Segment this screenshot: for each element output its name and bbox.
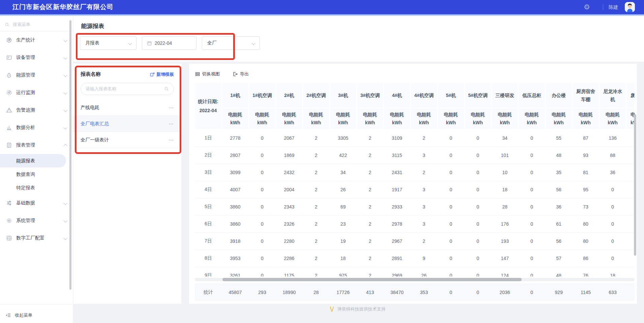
value-cell: 2933 xyxy=(384,198,410,216)
value-cell: 2891 xyxy=(384,250,410,267)
monitoring-icon xyxy=(6,90,12,96)
value-cell: 93 xyxy=(572,147,599,164)
table-header-col: 废气 xyxy=(626,83,635,108)
footer-text: 博依特科技提供技术支持 xyxy=(337,306,386,312)
table-row[interactable]: 1日27780206723305231092003405587136 xyxy=(195,129,635,147)
table-header-unit: 电能耗kWh xyxy=(330,108,357,129)
value-cell: 2 xyxy=(357,198,384,216)
sidebar-item-3[interactable]: 运行监测 xyxy=(0,84,73,101)
sidebar-item-2[interactable]: 能源管理 xyxy=(0,66,73,84)
value-cell: 0 xyxy=(464,164,491,181)
table-row[interactable]: 8日39530228621822891900147057860 xyxy=(195,250,635,267)
row-day-cell: 8日 xyxy=(195,250,222,267)
sidebar-search[interactable]: 搜索菜单 xyxy=(0,16,73,31)
topbar-accent-line xyxy=(0,14,644,16)
sidebar-item-0[interactable]: 生产统计 xyxy=(0,31,73,49)
summary-table: 统计45807293189902817726413384703530020360… xyxy=(195,283,635,301)
sidebar-item-1[interactable]: 设备管理 xyxy=(0,49,73,66)
collapse-menu-button[interactable]: 收起菜单 xyxy=(0,309,78,322)
summary-value-cell: 1145 xyxy=(572,283,599,301)
table-header-col: 4#机 xyxy=(384,83,410,108)
equipment-icon xyxy=(6,55,12,61)
sidebar-item-7[interactable]: 基础数据 xyxy=(0,194,73,212)
value-cell: 2 xyxy=(303,233,330,250)
sidebar-item-label: 报表管理 xyxy=(16,142,64,148)
summary-value-cell: 929 xyxy=(545,283,572,301)
table-row[interactable]: 7日39180228021922967200193056800 xyxy=(195,233,635,250)
value-cell: 176 xyxy=(491,216,518,233)
value-cell: 76 xyxy=(572,267,599,277)
sidebar-item-label: 数字工厂配置 xyxy=(16,235,64,241)
value-cell xyxy=(626,147,635,164)
value-cell: 0 xyxy=(437,267,464,277)
horizontal-scrollbar-thumb[interactable] xyxy=(222,278,522,281)
table-row[interactable]: 2日2807018692422231153001010489388 xyxy=(195,147,635,164)
report-search-input[interactable]: 请输入报表名称 xyxy=(81,83,174,95)
value-cell: 28 xyxy=(491,198,518,216)
table-row[interactable]: 4日4007020042262191730018056950 xyxy=(195,181,635,198)
summary-value-cell: 45807 xyxy=(222,283,249,301)
value-cell: 57 xyxy=(545,250,572,267)
summary-row: 统计45807293189902817726413384703530020360… xyxy=(195,283,635,301)
sidebar-item-8[interactable]: 系统管理 xyxy=(0,212,73,229)
switch-view-button[interactable]: 切换视图 xyxy=(195,71,220,77)
sidebar-item-4[interactable]: 告警追溯 xyxy=(0,101,73,119)
chevron-down-icon xyxy=(63,38,67,42)
vertical-scrollbar-thumb[interactable] xyxy=(634,114,636,256)
value-cell: 3115 xyxy=(384,147,410,164)
table-row[interactable]: 3日30990243223422431200100358136 xyxy=(195,164,635,181)
value-cell: 0 xyxy=(599,181,626,198)
panel-title: 报表名称 xyxy=(81,71,150,77)
sidebar-item-6[interactable]: 报表管理 xyxy=(0,136,73,154)
add-template-button[interactable]: 新增模板 xyxy=(150,71,174,77)
value-cell: 18 xyxy=(599,267,626,277)
sidebar-item-5[interactable]: 数据分析 xyxy=(0,119,73,136)
horizontal-scrollbar-track[interactable] xyxy=(195,278,635,281)
sidebar-subitem-能源报表[interactable]: 能源报表 xyxy=(0,154,66,167)
value-cell xyxy=(626,198,635,216)
table-row[interactable]: 5日3860023432692293330028036730 xyxy=(195,198,635,216)
report-list-item-全厂电表汇总[interactable]: 全厂电表汇总⋯ xyxy=(73,116,181,132)
table-row[interactable]: 6日38600232622322978300176061800 xyxy=(195,216,635,233)
table-row[interactable]: 9日32610117529752296926001240487618 xyxy=(195,267,635,277)
report-list-item-全厂一级表计[interactable]: 全厂一级表计⋯ xyxy=(73,132,181,148)
value-cell: 0 xyxy=(518,129,545,147)
gear-icon[interactable]: ⚙ xyxy=(584,3,590,11)
value-cell: 2 xyxy=(357,181,384,198)
value-cell: 101 xyxy=(491,147,518,164)
value-cell: 88 xyxy=(599,147,626,164)
value-cell: 87 xyxy=(572,129,599,147)
value-cell: 48 xyxy=(545,147,572,164)
value-cell: 0 xyxy=(249,233,276,250)
value-cell: 36 xyxy=(599,164,626,181)
user-name[interactable]: 陈建 xyxy=(609,0,618,14)
value-cell: 0 xyxy=(518,181,545,198)
table-header-col: 1#机空调 xyxy=(249,83,276,108)
export-button[interactable]: 导出 xyxy=(233,71,249,77)
table-header-col: 三楼研发 xyxy=(491,83,518,108)
more-options-icon[interactable]: ⋯ xyxy=(168,121,174,127)
sidebar-item-9[interactable]: 数字工厂配置 xyxy=(0,229,73,247)
more-options-icon[interactable]: ⋯ xyxy=(168,137,174,143)
export-icon xyxy=(233,71,238,77)
chevron-down-icon xyxy=(63,108,67,112)
table-header-date: 统计日期: 2022-04 xyxy=(195,83,222,129)
user-avatar[interactable] xyxy=(625,2,635,12)
value-cell: 2 xyxy=(303,216,330,233)
table-header-unit: 电能耗kWh xyxy=(545,108,572,129)
sidebar-subitem-特定报表[interactable]: 特定报表 xyxy=(0,181,73,194)
value-cell: 61 xyxy=(545,216,572,233)
value-cell: 3305 xyxy=(330,129,357,147)
report-list-item-产线电耗[interactable]: 产线电耗⋯ xyxy=(73,100,181,116)
value-cell: 35 xyxy=(545,164,572,181)
sidebar-subitem-数据查询[interactable]: 数据查询 xyxy=(0,167,73,181)
value-cell xyxy=(626,181,635,198)
value-cell xyxy=(626,233,635,250)
sliders-icon xyxy=(6,200,12,206)
sidebar-scrollbar[interactable] xyxy=(69,20,71,290)
chevron-down-icon xyxy=(63,73,67,77)
summary-value-cell: 413 xyxy=(357,283,384,301)
table-header-col: 5#机 xyxy=(437,83,464,108)
value-cell: 2432 xyxy=(276,164,303,181)
more-options-icon[interactable]: ⋯ xyxy=(168,105,174,111)
